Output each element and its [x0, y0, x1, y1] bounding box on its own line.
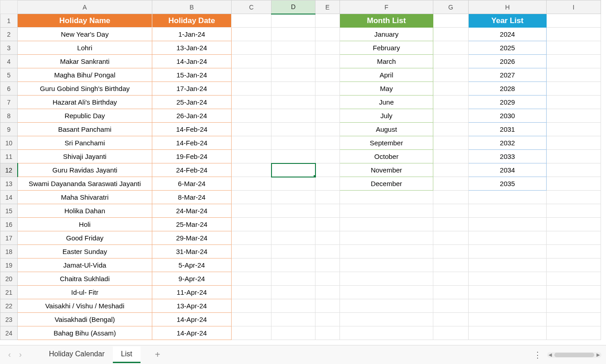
cell-I20[interactable] — [547, 272, 601, 286]
cell-I13[interactable] — [547, 177, 601, 191]
sheet-tab-list[interactable]: List — [113, 346, 141, 363]
cell-I15[interactable] — [547, 204, 601, 218]
cell-G21[interactable] — [433, 286, 469, 299]
cell-I24[interactable] — [547, 326, 601, 340]
cell-C22[interactable] — [232, 299, 271, 313]
cell-I12[interactable] — [547, 163, 601, 177]
cell-H22[interactable] — [469, 299, 547, 313]
row-header-20[interactable]: 20 — [0, 272, 18, 286]
cell-A13[interactable]: Swami Dayananda Saraswati Jayanti — [18, 177, 152, 191]
cell-E1[interactable] — [315, 14, 340, 28]
cell-D17[interactable] — [271, 231, 315, 245]
add-sheet-button[interactable]: + — [151, 348, 164, 362]
cell-I1[interactable] — [547, 14, 601, 28]
cell-G6[interactable] — [433, 82, 469, 96]
cell-D5[interactable] — [271, 68, 315, 82]
cell-F23[interactable] — [340, 313, 433, 326]
column-header-G[interactable]: G — [433, 0, 469, 14]
cell-H13[interactable]: 2035 — [469, 177, 547, 191]
cell-I19[interactable] — [547, 259, 601, 272]
cell-C10[interactable] — [232, 136, 271, 150]
cell-D21[interactable] — [271, 286, 315, 299]
row-header-2[interactable]: 2 — [0, 28, 18, 41]
cell-E23[interactable] — [315, 313, 340, 326]
row-header-13[interactable]: 13 — [0, 177, 18, 191]
sheet-tab-holiday-calendar[interactable]: Holiday Calendar — [41, 346, 113, 363]
cell-H10[interactable]: 2032 — [469, 136, 547, 150]
cell-H21[interactable] — [469, 286, 547, 299]
cell-I4[interactable] — [547, 55, 601, 68]
cell-A23[interactable]: Vaisakhadi (Bengal) — [18, 313, 152, 326]
cell-D20[interactable] — [271, 272, 315, 286]
cell-H20[interactable] — [469, 272, 547, 286]
cell-H14[interactable] — [469, 191, 547, 204]
cell-H2[interactable]: 2024 — [469, 28, 547, 41]
cell-G12[interactable] — [433, 163, 469, 177]
scroll-thumb[interactable] — [554, 353, 594, 357]
cell-F12[interactable]: November — [340, 163, 433, 177]
cell-F2[interactable]: January — [340, 28, 433, 41]
cell-G15[interactable] — [433, 204, 469, 218]
scroll-left-icon[interactable]: ◀ — [547, 352, 553, 357]
row-header-18[interactable]: 18 — [0, 245, 18, 259]
horizontal-scrollbar[interactable]: ◀ ▶ — [547, 352, 601, 358]
cell-B4[interactable]: 14-Jan-24 — [152, 55, 232, 68]
cell-E17[interactable] — [315, 231, 340, 245]
cell-E6[interactable] — [315, 82, 340, 96]
cell-C19[interactable] — [232, 259, 271, 272]
cell-D15[interactable] — [271, 204, 315, 218]
cell-H15[interactable] — [469, 204, 547, 218]
cell-B2[interactable]: 1-Jan-24 — [152, 28, 232, 41]
cell-D16[interactable] — [271, 218, 315, 231]
cell-E15[interactable] — [315, 204, 340, 218]
row-header-17[interactable]: 17 — [0, 231, 18, 245]
cell-A6[interactable]: Guru Gobind Singh's Birthday — [18, 82, 152, 96]
cell-F16[interactable] — [340, 218, 433, 231]
cell-C16[interactable] — [232, 218, 271, 231]
cell-H1[interactable]: Year List — [469, 14, 547, 28]
cell-B1[interactable]: Holiday Date — [152, 14, 232, 28]
tab-prev-icon[interactable]: ‹ — [5, 349, 15, 360]
cell-H24[interactable] — [469, 326, 547, 340]
cell-H11[interactable]: 2033 — [469, 150, 547, 163]
cell-G19[interactable] — [433, 259, 469, 272]
cell-C21[interactable] — [232, 286, 271, 299]
cell-F11[interactable]: October — [340, 150, 433, 163]
cell-A18[interactable]: Easter Sunday — [18, 245, 152, 259]
cell-E7[interactable] — [315, 96, 340, 109]
cell-A20[interactable]: Chaitra Sukhladi — [18, 272, 152, 286]
cell-H3[interactable]: 2025 — [469, 41, 547, 55]
row-header-21[interactable]: 21 — [0, 286, 18, 299]
cell-A19[interactable]: Jamat-Ul-Vida — [18, 259, 152, 272]
cell-A21[interactable]: Id-ul- Fitr — [18, 286, 152, 299]
cell-G1[interactable] — [433, 14, 469, 28]
cell-C3[interactable] — [232, 41, 271, 55]
cell-B3[interactable]: 13-Jan-24 — [152, 41, 232, 55]
cell-I8[interactable] — [547, 109, 601, 123]
cell-G9[interactable] — [433, 123, 469, 136]
cell-G7[interactable] — [433, 96, 469, 109]
cell-I2[interactable] — [547, 28, 601, 41]
cell-H17[interactable] — [469, 231, 547, 245]
cell-E16[interactable] — [315, 218, 340, 231]
column-header-I[interactable]: I — [547, 0, 601, 14]
cell-I7[interactable] — [547, 96, 601, 109]
cell-G24[interactable] — [433, 326, 469, 340]
cell-C13[interactable] — [232, 177, 271, 191]
cell-D1[interactable] — [271, 14, 315, 28]
cell-C20[interactable] — [232, 272, 271, 286]
cell-F4[interactable]: March — [340, 55, 433, 68]
cell-C1[interactable] — [232, 14, 271, 28]
cell-G23[interactable] — [433, 313, 469, 326]
cell-F24[interactable] — [340, 326, 433, 340]
row-header-5[interactable]: 5 — [0, 68, 18, 82]
cell-H16[interactable] — [469, 218, 547, 231]
row-header-12[interactable]: 12 — [0, 163, 18, 177]
cell-I10[interactable] — [547, 136, 601, 150]
column-header-E[interactable]: E — [315, 0, 340, 14]
cell-F21[interactable] — [340, 286, 433, 299]
cell-H9[interactable]: 2031 — [469, 123, 547, 136]
cell-C24[interactable] — [232, 326, 271, 340]
cell-A17[interactable]: Good Friday — [18, 231, 152, 245]
cell-F20[interactable] — [340, 272, 433, 286]
